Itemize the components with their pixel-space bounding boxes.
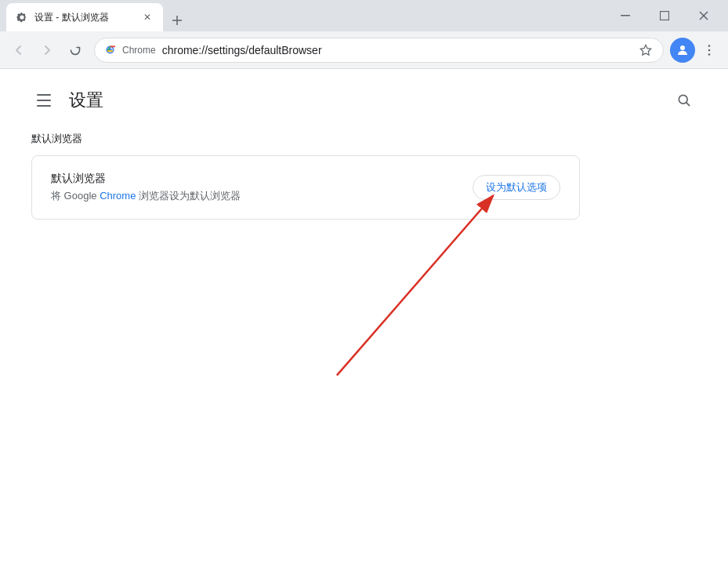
maximize-button[interactable] <box>647 3 683 28</box>
chrome-menu-button[interactable] <box>697 38 722 63</box>
content-area: 设置 默认浏览器 默认浏览器 将 Google Chrome 浏览器设为默认浏览… <box>0 69 728 574</box>
back-button[interactable] <box>6 38 31 63</box>
card-desc-suffix: 浏览器设为默认浏览器 <box>139 190 241 202</box>
omnibox-url: chrome://settings/defaultBrowser <box>162 44 632 56</box>
window-controls <box>607 3 722 28</box>
close-button[interactable] <box>686 3 722 28</box>
svg-rect-0 <box>621 15 630 16</box>
titlebar: 设置 - 默认浏览器 ✕ <box>0 0 728 31</box>
svg-point-9 <box>708 53 711 56</box>
active-tab[interactable]: 设置 - 默认浏览器 ✕ <box>6 3 163 31</box>
minimize-button[interactable] <box>607 3 643 28</box>
browser-toolbar: Chrome chrome://settings/defaultBrowser <box>0 31 728 69</box>
menu-line-1 <box>37 94 51 96</box>
hamburger-menu-button[interactable] <box>31 88 56 113</box>
svg-point-6 <box>680 45 685 50</box>
reload-button[interactable] <box>63 38 88 63</box>
svg-rect-1 <box>661 12 669 20</box>
toolbar-right <box>670 38 722 63</box>
default-browser-card: 默认浏览器 将 Google Chrome 浏览器设为默认浏览器 设为默认选项 <box>31 155 580 220</box>
page-title: 设置 <box>69 89 103 112</box>
card-text: 默认浏览器 将 Google Chrome 浏览器设为默认浏览器 <box>51 172 241 203</box>
omnibox-secure-label: Chrome <box>122 45 156 56</box>
card-desc-prefix: 将 Google <box>51 190 97 202</box>
page: 设置 默认浏览器 默认浏览器 将 Google Chrome 浏览器设为默认浏览… <box>0 69 728 574</box>
new-tab-button[interactable] <box>166 9 188 31</box>
tab-strip: 设置 - 默认浏览器 ✕ <box>6 0 601 31</box>
tab-favicon <box>16 11 28 24</box>
card-description: 将 Google Chrome 浏览器设为默认浏览器 <box>51 189 241 203</box>
forward-button[interactable] <box>34 38 60 63</box>
chrome-icon <box>104 44 116 56</box>
menu-line-2 <box>37 100 51 101</box>
bookmark-star-icon[interactable] <box>638 42 654 58</box>
svg-point-7 <box>708 45 711 47</box>
menu-line-3 <box>37 105 51 107</box>
section-title: 默认浏览器 <box>31 132 697 146</box>
page-header: 设置 <box>31 88 697 113</box>
set-default-button[interactable]: 设为默认选项 <box>473 175 560 200</box>
search-settings-button[interactable] <box>672 88 697 113</box>
card-heading: 默认浏览器 <box>51 172 241 186</box>
omnibox[interactable]: Chrome chrome://settings/defaultBrowser <box>94 38 664 63</box>
tab-close-button[interactable]: ✕ <box>141 11 154 24</box>
svg-point-8 <box>708 49 711 51</box>
tab-title: 设置 - 默认浏览器 <box>34 11 135 24</box>
card-desc-highlight: Chrome <box>100 190 136 202</box>
profile-button[interactable] <box>670 38 695 63</box>
